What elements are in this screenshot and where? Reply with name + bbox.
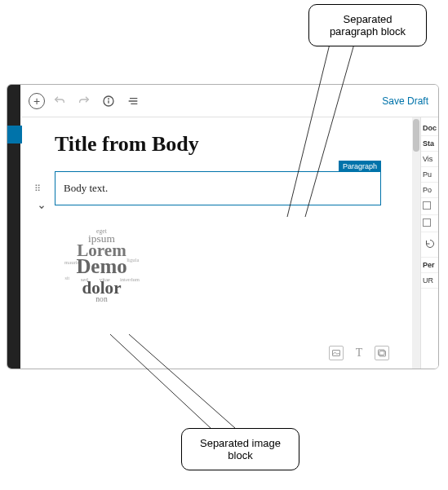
undo-button[interactable] — [50, 91, 69, 111]
callout-image-text: Separated image block — [200, 437, 281, 461]
plus-icon: + — [33, 95, 40, 107]
sidebar-section-permalink[interactable]: Per — [421, 258, 438, 273]
block-editor-window: + Save Draft Title from Body — [22, 85, 438, 369]
editor-canvas[interactable]: Title from Body ⠿ Paragraph Body text. — [22, 117, 412, 369]
outline-button[interactable] — [123, 91, 143, 111]
admin-menu-active-indicator — [7, 126, 22, 143]
svg-text:Demo: Demo — [76, 255, 126, 277]
svg-text:sit: sit — [65, 276, 70, 280]
save-draft-button[interactable]: Save Draft — [382, 95, 432, 107]
paragraph-text[interactable]: Body text. — [64, 182, 108, 194]
revisions-icon — [425, 239, 435, 249]
editor-screenshot-frame: + Save Draft Title from Body — [7, 84, 439, 369]
post-title[interactable]: Title from Body — [55, 132, 396, 157]
redo-button[interactable] — [74, 91, 94, 111]
text-placeholder-icon[interactable]: T — [352, 346, 366, 360]
gallery-placeholder-icon[interactable] — [375, 346, 389, 360]
image-placeholder-icon[interactable] — [329, 346, 344, 360]
paragraph-block[interactable]: ⠿ Paragraph Body text. — [55, 171, 381, 205]
move-down-button[interactable] — [38, 201, 46, 214]
svg-point-6 — [109, 99, 109, 99]
sidebar-row-visibility[interactable]: Vis — [421, 152, 438, 167]
editor-top-toolbar: + Save Draft — [22, 85, 438, 117]
info-button[interactable] — [99, 91, 118, 111]
sidebar-row-post[interactable]: Po — [421, 183, 438, 198]
svg-text:interdum: interdum — [120, 276, 140, 282]
svg-text:ligula: ligula — [126, 257, 139, 263]
settings-sidebar: Doc Sta Vis Pu Po Per UR — [420, 117, 438, 369]
sidebar-row-publish[interactable]: Pu — [421, 167, 438, 183]
redo-icon — [78, 95, 91, 108]
block-type-badge: Paragraph — [339, 161, 381, 172]
svg-text:non: non — [95, 294, 108, 303]
sidebar-row-url[interactable]: UR — [421, 273, 438, 289]
callout-paragraph: Separated paragraph block — [308, 4, 427, 46]
image-block[interactable]: eget ipsum Lorem mauris ligula Demo sit … — [55, 217, 149, 307]
chevron-down-icon — [38, 203, 46, 211]
add-block-button[interactable]: + — [29, 93, 45, 109]
sidebar-section-status[interactable]: Sta — [421, 136, 438, 152]
undo-icon — [53, 95, 66, 108]
callout-image: Separated image block — [181, 428, 299, 470]
vertical-scrollbar[interactable] — [412, 117, 420, 369]
callout-paragraph-text: Separated paragraph block — [330, 13, 406, 38]
drag-handle-icon[interactable]: ⠿ — [34, 183, 42, 194]
block-inserter-toolbar: T — [329, 346, 389, 360]
sidebar-checkbox-1[interactable] — [421, 198, 438, 215]
sidebar-checkbox-2[interactable] — [421, 215, 438, 232]
save-draft-label: Save Draft — [382, 95, 428, 107]
sidebar-tab-document[interactable]: Doc — [421, 121, 438, 136]
wordcloud-image: eget ipsum Lorem mauris ligula Demo sit … — [55, 217, 149, 307]
sidebar-revisions-button[interactable] — [421, 232, 438, 258]
list-icon — [126, 95, 140, 108]
info-icon — [102, 95, 115, 108]
